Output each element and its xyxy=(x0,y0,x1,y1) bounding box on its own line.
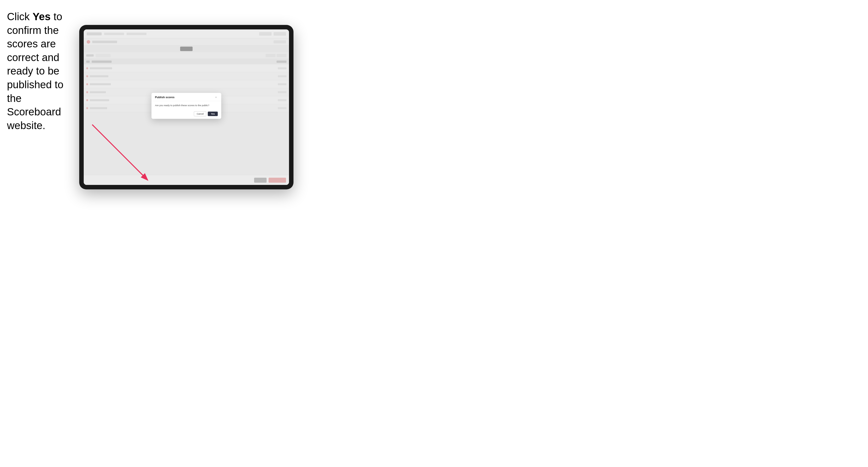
modal-body: Are you ready to publish these scores to… xyxy=(152,101,221,110)
instruction-text: Click Yes to confirm the scores are corr… xyxy=(7,10,77,132)
modal-close-button[interactable]: × xyxy=(214,95,218,99)
tablet-device: Publish scores × Are you ready to publis… xyxy=(79,25,293,189)
modal-header: Publish scores × xyxy=(152,93,221,101)
tablet-screen: Publish scores × Are you ready to publis… xyxy=(84,29,289,185)
yes-bold: Yes xyxy=(33,11,51,23)
modal-message: Are you ready to publish these scores to… xyxy=(155,104,218,107)
cancel-button[interactable]: Cancel xyxy=(194,112,206,116)
publish-scores-modal: Publish scores × Are you ready to publis… xyxy=(152,93,221,119)
modal-footer: Cancel Yes xyxy=(152,110,221,119)
yes-button[interactable]: Yes xyxy=(208,112,218,116)
modal-title: Publish scores xyxy=(155,96,175,99)
